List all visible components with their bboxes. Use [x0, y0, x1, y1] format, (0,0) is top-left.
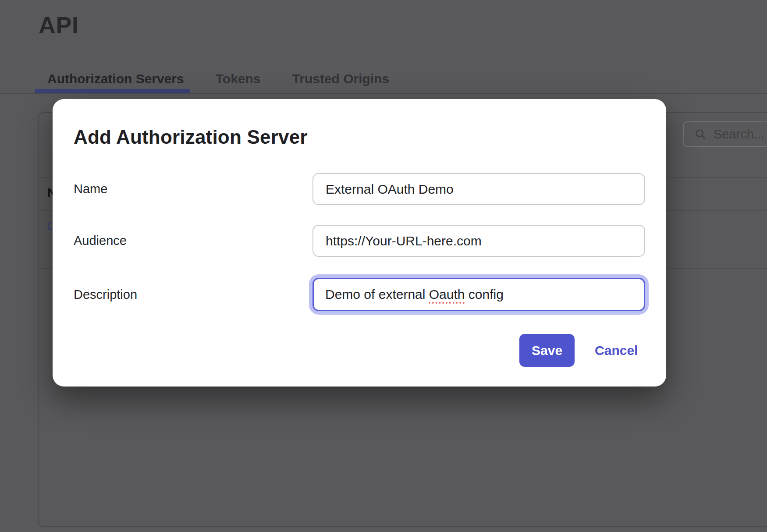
audience-input[interactable] — [312, 225, 645, 257]
description-input[interactable]: Demo of external Oauth config — [312, 278, 645, 311]
audience-field-row: Audience — [74, 225, 645, 257]
tab-authorization-servers[interactable]: Authorization Servers — [47, 71, 184, 86]
add-authorization-server-modal: Add Authorization Server Name Audience D… — [53, 99, 666, 387]
search-icon — [694, 128, 707, 140]
description-text-after: config — [465, 287, 504, 302]
tab-tokens[interactable]: Tokens — [216, 71, 261, 86]
name-field-row: Name — [74, 173, 645, 205]
search-input[interactable]: Search... — [683, 121, 767, 147]
active-tab-underline — [35, 89, 190, 93]
description-text-before: Demo of external — [325, 287, 429, 302]
tab-bar-divider — [0, 93, 767, 94]
description-label: Description — [74, 287, 137, 302]
name-input[interactable] — [312, 173, 645, 205]
tab-bar: Authorization Servers Tokens Trusted Ori… — [47, 71, 389, 86]
description-field-row: Description Demo of external Oauth confi… — [74, 278, 645, 311]
description-text-misspelled: Oauth — [429, 287, 465, 302]
name-label: Name — [74, 182, 107, 196]
page-title: API — [39, 11, 79, 39]
tab-trusted-origins[interactable]: Trusted Origins — [292, 71, 390, 86]
modal-actions: Save Cancel — [519, 334, 638, 367]
modal-title: Add Authorization Server — [74, 126, 308, 148]
audience-label: Audience — [74, 234, 127, 248]
cancel-button[interactable]: Cancel — [595, 343, 638, 358]
save-button[interactable]: Save — [519, 334, 575, 367]
search-placeholder: Search... — [714, 127, 764, 142]
